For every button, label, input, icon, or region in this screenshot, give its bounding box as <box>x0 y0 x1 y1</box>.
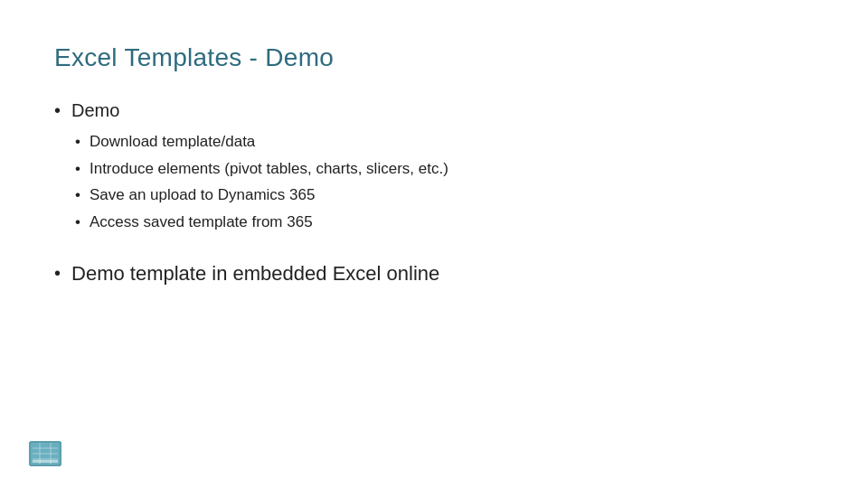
slide-title: Excel Templates - Demo <box>54 43 814 72</box>
bullet-demo-text: Demo <box>71 100 119 120</box>
sub-dot-3: • <box>75 183 80 207</box>
sub-text-2: Introduce elements (pivot tables, charts… <box>90 157 448 181</box>
sub-text-3: Save an upload to Dynamics 365 <box>90 183 316 207</box>
sub-bullet-1: • Download template/data <box>75 130 448 154</box>
bullet-demo: • Demo • Download template/data • Introd… <box>54 98 814 233</box>
sub-bullet-3: • Save an upload to Dynamics 365 <box>75 183 448 207</box>
bullet-demo-content: Demo • Download template/data • Introduc… <box>71 98 448 233</box>
excel-icon-shape <box>29 441 61 466</box>
sub-bullets-list: • Download template/data • Introduce ele… <box>75 130 448 233</box>
sub-dot-2: • <box>75 157 80 181</box>
slide: Excel Templates - Demo • Demo • Download… <box>0 0 868 488</box>
excel-icon <box>29 441 61 466</box>
sub-dot-4: • <box>75 211 80 234</box>
bullet-dot-1: • <box>54 98 61 123</box>
excel-icon-svg <box>29 441 61 466</box>
bullet-embedded-text: Demo template in embedded Excel online <box>71 260 439 288</box>
content-area: • Demo • Download template/data • Introd… <box>54 98 814 288</box>
sub-text-4: Access saved template from 365 <box>90 211 313 234</box>
sub-dot-1: • <box>75 130 80 154</box>
bullet-embedded: • Demo template in embedded Excel online <box>54 260 814 288</box>
sub-bullet-2: • Introduce elements (pivot tables, char… <box>75 157 448 181</box>
sub-text-1: Download template/data <box>90 130 255 154</box>
bullet-dot-2: • <box>54 260 61 286</box>
sub-bullet-4: • Access saved template from 365 <box>75 211 448 234</box>
